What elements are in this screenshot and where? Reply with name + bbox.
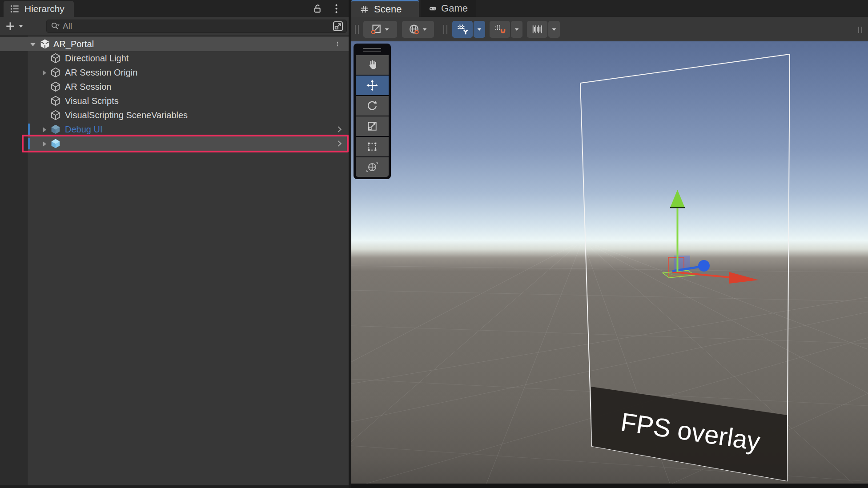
pivot-icon: [370, 23, 383, 36]
rotate-tool-button[interactable]: [356, 96, 389, 116]
gizmo-z-handle[interactable]: [698, 260, 710, 272]
item-label: Visual Scripts: [65, 96, 119, 106]
search-input[interactable]: [61, 21, 331, 31]
item-label: Debug UI: [65, 124, 103, 135]
prefab-cube-icon: [50, 124, 61, 135]
gizmo-x-arrowhead[interactable]: [729, 272, 759, 284]
foldout-collapsed-icon[interactable]: [40, 125, 49, 134]
item-label: VisualScripting SceneVariables: [65, 110, 188, 120]
scene-panel: Scene Game: [351, 0, 868, 488]
item-label: Directional Light: [65, 53, 129, 64]
prefab-edit-bar: [28, 138, 30, 149]
overlay-drag-handle[interactable]: [858, 27, 862, 33]
rotate-icon: [366, 100, 378, 112]
scene-viewport[interactable]: FPS overlay: [351, 41, 868, 488]
hierarchy-row-ar-session[interactable]: AR Session: [0, 80, 349, 94]
grid-visibility-button[interactable]: [452, 21, 473, 38]
hierarchy-row-visual-scripts[interactable]: Visual Scripts: [0, 94, 349, 108]
cube-icon: [50, 67, 61, 78]
chevron-right-icon[interactable]: [334, 124, 344, 135]
foldout-collapsed-icon[interactable]: [40, 68, 49, 77]
caret-down-icon: [421, 25, 429, 33]
rect-tool-icon: [366, 140, 378, 153]
item-label: AR Session: [65, 82, 112, 92]
tool-palette-overlay: [354, 44, 391, 179]
selection-highlight: [28, 136, 349, 151]
item-label: AR_Portal: [53, 39, 94, 49]
grid-y-icon: [456, 23, 469, 36]
grid-visibility-caret[interactable]: [474, 21, 485, 38]
scene-toolbar: [351, 17, 868, 41]
caret-down-icon: [383, 25, 391, 33]
chevron-right-icon[interactable]: [334, 138, 344, 149]
gizmo-y-arrowhead[interactable]: [670, 190, 685, 208]
hierarchy-row-ar-portal[interactable]: AR_Portal: [0, 37, 349, 51]
rect-tool-button[interactable]: [356, 137, 389, 156]
unlock-icon[interactable]: [311, 3, 323, 15]
plus-icon: [4, 20, 16, 32]
hand-icon: [366, 59, 378, 71]
foldout-collapsed-icon[interactable]: [40, 140, 49, 148]
prefab-edit-bar: [28, 124, 30, 135]
snap-increment-button[interactable]: [527, 21, 547, 38]
move-arrows-icon: [366, 79, 378, 92]
hierarchy-bottom-strip: [0, 485, 349, 488]
tab-hierarchy[interactable]: Hierarchy: [4, 1, 74, 17]
caret-down-icon: [550, 25, 558, 33]
snap-toggle-button[interactable]: [490, 21, 510, 38]
scene-tab-label: Scene: [374, 4, 402, 15]
hierarchy-row-debug-ui[interactable]: Debug UI: [0, 122, 349, 136]
move-gizmo[interactable]: [663, 190, 759, 284]
transform-icon: [366, 161, 378, 173]
create-object-button[interactable]: [4, 20, 26, 32]
unity-scene-icon: [39, 38, 51, 50]
viewport-bottom-strip: [351, 484, 868, 488]
hierarchy-search: [46, 20, 347, 33]
tab-game[interactable]: Game: [421, 0, 476, 17]
scene-tabbar: Scene Game: [351, 0, 868, 17]
hierarchy-toolbar: [0, 17, 349, 36]
hierarchy-row-directional-light[interactable]: Directional Light: [0, 51, 349, 65]
hierarchy-panel: Hierarchy: [0, 0, 349, 488]
grid-magnet-icon: [493, 23, 506, 36]
globe-icon: [407, 23, 421, 36]
tab-scene[interactable]: Scene: [351, 0, 419, 17]
cube-icon: [50, 95, 61, 107]
game-tab-label: Game: [441, 3, 468, 14]
move-tool-button[interactable]: [356, 76, 389, 95]
ground-grid: [351, 240, 868, 488]
kebab-menu-icon[interactable]: [334, 39, 341, 49]
caret-down-icon: [475, 25, 483, 33]
snap-toggle-caret[interactable]: [511, 21, 522, 38]
search-icon: [49, 20, 61, 32]
cube-icon: [50, 109, 61, 121]
tool-handle-rotation-button[interactable]: [402, 21, 434, 38]
view-hand-tool-button[interactable]: [356, 55, 389, 75]
kebab-menu-icon[interactable]: [330, 3, 342, 15]
foldout-expanded-icon[interactable]: [28, 40, 37, 49]
cube-icon: [50, 52, 61, 64]
item-label: AR Session Origin: [65, 68, 137, 78]
scale-tool-button[interactable]: [356, 116, 389, 136]
hierarchy-row-visualscripting-scenevariables[interactable]: VisualScripting SceneVariables: [0, 108, 349, 122]
caret-down-icon: [18, 23, 24, 29]
ruler-icon: [530, 23, 544, 36]
toolbar-drag-handle[interactable]: [355, 25, 359, 34]
grid-icon: [359, 4, 370, 15]
gamepad-icon: [429, 3, 437, 14]
cube-icon: [50, 81, 61, 92]
hierarchy-row-fps-overlay-ui[interactable]: FPS Overlay UI: [0, 136, 349, 151]
hierarchy-list-icon: [9, 3, 20, 15]
snap-increment-caret[interactable]: [548, 21, 560, 38]
hierarchy-tree: AR_Portal Directional Light: [0, 36, 349, 485]
caret-down-icon: [513, 25, 521, 33]
transform-tool-button[interactable]: [356, 157, 389, 177]
unity-editor-window: Hierarchy: [0, 0, 868, 488]
hierarchy-tab-label: Hierarchy: [24, 4, 64, 14]
toolbar-drag-handle[interactable]: [443, 25, 447, 34]
palette-drag-handle[interactable]: [356, 45, 389, 54]
scale-icon: [366, 120, 378, 132]
tool-handle-position-button[interactable]: [363, 21, 397, 38]
hierarchy-row-ar-session-origin[interactable]: AR Session Origin: [0, 65, 349, 80]
open-new-window-icon[interactable]: [331, 20, 345, 33]
